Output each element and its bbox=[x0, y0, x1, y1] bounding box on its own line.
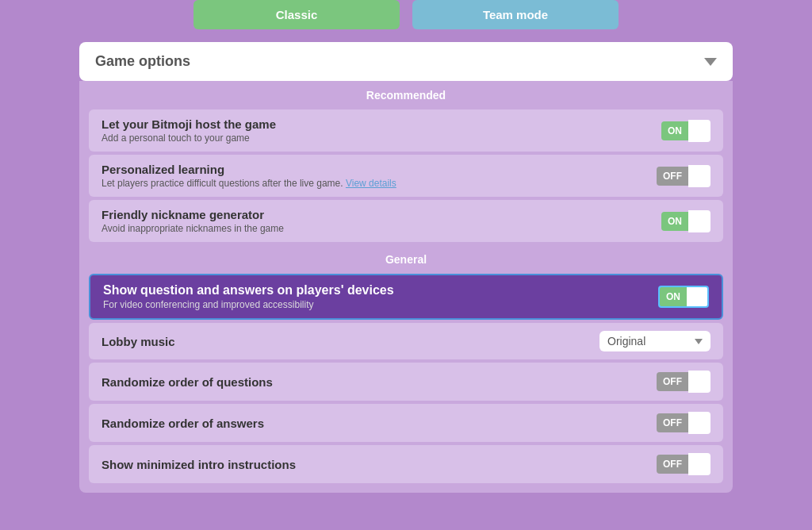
toggle-off-thumb-3 bbox=[688, 371, 710, 393]
lobby-music-dropdown[interactable]: Original bbox=[599, 331, 710, 351]
nickname-option-title: Friendly nickname generator bbox=[102, 208, 661, 221]
randomize-answers-text: Randomize order of answers bbox=[102, 417, 657, 430]
randomize-questions-text: Randomize order of questions bbox=[102, 375, 657, 389]
nickname-option-row: Friendly nickname generator Avoid inappr… bbox=[89, 200, 723, 242]
toggle-off-label-5: OFF bbox=[657, 455, 688, 474]
classic-button[interactable]: Classic bbox=[193, 0, 400, 29]
bitmoji-toggle[interactable]: ON bbox=[661, 120, 710, 142]
nickname-option-text: Friendly nickname generator Avoid inappr… bbox=[102, 208, 661, 234]
general-section-label: General bbox=[79, 245, 733, 271]
mode-buttons: Classic Team mode bbox=[79, 0, 733, 29]
bitmoji-option-title: Let your Bitmoji host the game bbox=[102, 117, 661, 131]
toggle-off-label-4: OFF bbox=[657, 413, 688, 432]
lobby-music-text: Lobby music bbox=[102, 335, 599, 348]
nickname-toggle[interactable]: ON bbox=[661, 210, 710, 232]
randomize-answers-row: Randomize order of answers OFF bbox=[89, 404, 723, 442]
toggle-on-highlighted-label: ON bbox=[658, 286, 687, 308]
randomize-questions-title: Randomize order of questions bbox=[102, 375, 657, 389]
nickname-option-subtitle: Avoid inappropriate nicknames in the gam… bbox=[102, 223, 661, 234]
toggle-off-thumb-5 bbox=[688, 453, 710, 475]
toggle-thumb-highlighted bbox=[687, 286, 709, 308]
show-questions-toggle[interactable]: ON bbox=[658, 286, 709, 308]
toggle-off-label: OFF bbox=[657, 167, 688, 186]
bitmoji-option-subtitle: Add a personal touch to your game bbox=[102, 132, 661, 144]
personalized-learning-title: Personalized learning bbox=[102, 163, 657, 176]
game-options-label: Game options bbox=[95, 53, 190, 70]
toggle-off-label-3: OFF bbox=[657, 372, 688, 391]
personalized-learning-text: Personalized learning Let players practi… bbox=[102, 163, 657, 189]
toggle-off-thumb-4 bbox=[688, 412, 710, 434]
minimized-intro-title: Show minimized intro instructions bbox=[102, 458, 657, 471]
toggle-off-thumb bbox=[688, 165, 710, 187]
randomize-questions-toggle[interactable]: OFF bbox=[657, 371, 710, 393]
chevron-down-icon bbox=[704, 58, 717, 66]
personalized-learning-row: Personalized learning Let players practi… bbox=[89, 155, 723, 197]
toggle-thumb bbox=[688, 120, 710, 142]
randomize-questions-row: Randomize order of questions OFF bbox=[89, 363, 723, 401]
view-details-link[interactable]: View details bbox=[346, 178, 396, 189]
lobby-music-row: Lobby music Original bbox=[89, 323, 723, 359]
chevron-down-icon-dropdown bbox=[695, 339, 703, 344]
randomize-answers-title: Randomize order of answers bbox=[102, 417, 657, 430]
minimized-intro-row: Show minimized intro instructions OFF bbox=[89, 445, 723, 483]
show-questions-text: Show question and answers on players' de… bbox=[103, 283, 658, 310]
toggle-on-label: ON bbox=[661, 121, 688, 140]
personalized-learning-toggle[interactable]: OFF bbox=[657, 165, 710, 187]
personalized-learning-subtitle: Let players practice difficult questions… bbox=[102, 178, 657, 189]
lobby-music-value: Original bbox=[607, 335, 645, 348]
show-questions-title: Show question and answers on players' de… bbox=[103, 283, 658, 298]
lobby-music-title: Lobby music bbox=[102, 335, 599, 348]
team-mode-button[interactable]: Team mode bbox=[412, 0, 619, 29]
page-wrapper: Classic Team mode Game options Recommend… bbox=[0, 0, 812, 530]
minimized-intro-toggle[interactable]: OFF bbox=[657, 453, 710, 475]
show-questions-row: Show question and answers on players' de… bbox=[89, 274, 723, 320]
options-panel: Recommended Let your Bitmoji host the ga… bbox=[79, 81, 733, 493]
bitmoji-option-text: Let your Bitmoji host the game Add a per… bbox=[102, 117, 661, 144]
toggle-on-label-2: ON bbox=[661, 212, 688, 231]
bitmoji-option-row: Let your Bitmoji host the game Add a per… bbox=[89, 109, 723, 152]
game-options-accordion[interactable]: Game options bbox=[79, 42, 733, 81]
minimized-intro-text: Show minimized intro instructions bbox=[102, 458, 657, 471]
toggle-thumb-2 bbox=[688, 210, 710, 232]
show-questions-subtitle: For video conferencing and improved acce… bbox=[103, 299, 658, 310]
recommended-section-label: Recommended bbox=[79, 81, 733, 106]
randomize-answers-toggle[interactable]: OFF bbox=[657, 412, 710, 434]
